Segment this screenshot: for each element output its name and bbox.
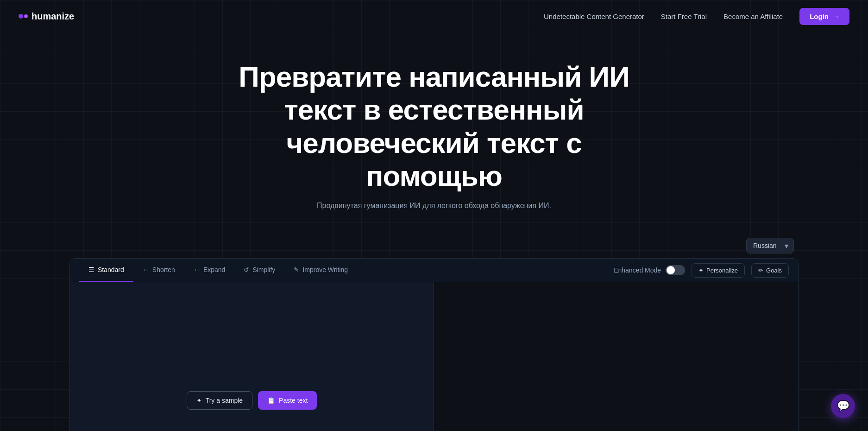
logo-icon	[19, 14, 28, 19]
tab-standard[interactable]: ☰ Standard	[79, 259, 133, 282]
hero-subtitle: Продвинутая гуманизация ИИ для легкого о…	[9, 202, 859, 210]
simplify-icon: ↺	[244, 266, 249, 273]
tabs-right: Enhanced Mode ✦ Personalize ✏ Goals	[614, 263, 789, 278]
tab-simplify[interactable]: ↺ Simplify	[234, 259, 284, 282]
tabs-left: ☰ Standard ↔ Shorten ↔ Expand ↺ Simplify…	[79, 259, 357, 282]
tab-improve-writing-label: Improve Writing	[302, 266, 348, 273]
tab-shorten[interactable]: ↔ Shorten	[133, 259, 184, 282]
editor-left-panel: ✦ Try a sample 📋 Paste text	[70, 282, 434, 431]
nav-link-trial[interactable]: Start Free Trial	[661, 13, 707, 20]
tab-expand-label: Expand	[203, 266, 225, 273]
editor-placeholder: ✦ Try a sample 📋 Paste text	[187, 391, 317, 410]
goals-label: Goals	[766, 267, 782, 274]
tab-standard-label: Standard	[98, 266, 124, 273]
enhanced-mode-control: Enhanced Mode	[614, 265, 685, 275]
enhanced-mode-toggle[interactable]	[666, 265, 685, 275]
try-sample-button[interactable]: ✦ Try a sample	[187, 391, 252, 410]
tab-expand[interactable]: ↔ Expand	[184, 259, 234, 282]
personalize-star-icon: ✦	[698, 267, 704, 274]
language-selector-wrapper[interactable]: Russian English Spanish French German	[746, 238, 794, 254]
personalize-label: Personalize	[706, 267, 738, 274]
paste-clipboard-icon: 📋	[267, 397, 275, 404]
nav-link-undetectable[interactable]: Undetectable Content Generator	[544, 13, 644, 20]
login-label: Login	[810, 13, 829, 20]
login-arrow-icon: →	[832, 13, 839, 20]
nav-link-affiliate[interactable]: Become an Affiliate	[723, 13, 783, 20]
brand-name: humanize	[31, 11, 74, 22]
goals-button[interactable]: ✏ Goals	[751, 263, 789, 278]
try-sample-wand-icon: ✦	[196, 397, 202, 404]
chat-widget[interactable]: 💬	[831, 394, 855, 418]
navbar: humanize Undetectable Content Generator …	[0, 0, 868, 32]
hero-title: Превратите написанный ИИ текст в естеств…	[226, 60, 642, 192]
nav-links: Undetectable Content Generator Start Fre…	[544, 8, 849, 25]
hero-section: Превратите написанный ИИ текст в естеств…	[0, 32, 868, 238]
login-button[interactable]: Login →	[799, 8, 849, 25]
toggle-thumb	[667, 266, 675, 274]
standard-icon: ☰	[88, 266, 94, 273]
logo[interactable]: humanize	[19, 11, 74, 22]
tab-simplify-label: Simplify	[252, 266, 275, 273]
goals-pencil-icon: ✏	[758, 267, 763, 274]
editor-container: ☰ Standard ↔ Shorten ↔ Expand ↺ Simplify…	[69, 258, 799, 431]
paste-text-label: Paste text	[279, 397, 308, 404]
tab-improve-writing[interactable]: ✎ Improve Writing	[284, 259, 357, 282]
chat-icon: 💬	[837, 400, 849, 412]
personalize-button[interactable]: ✦ Personalize	[692, 263, 745, 278]
language-row: Russian English Spanish French German	[0, 238, 868, 258]
action-buttons: ✦ Try a sample 📋 Paste text	[187, 391, 317, 410]
expand-icon: ↔	[194, 266, 200, 273]
tabs-bar: ☰ Standard ↔ Shorten ↔ Expand ↺ Simplify…	[70, 259, 798, 282]
editor-panels: ✦ Try a sample 📋 Paste text	[70, 282, 798, 431]
improve-writing-icon: ✎	[294, 266, 299, 273]
enhanced-mode-label: Enhanced Mode	[614, 266, 661, 274]
try-sample-label: Try a sample	[206, 397, 243, 404]
tab-shorten-label: Shorten	[152, 266, 175, 273]
toggle-track	[666, 265, 685, 275]
editor-right-panel	[434, 282, 798, 431]
paste-text-button[interactable]: 📋 Paste text	[258, 391, 317, 410]
language-select[interactable]: Russian English Spanish French German	[746, 238, 794, 254]
shorten-icon: ↔	[143, 266, 149, 273]
